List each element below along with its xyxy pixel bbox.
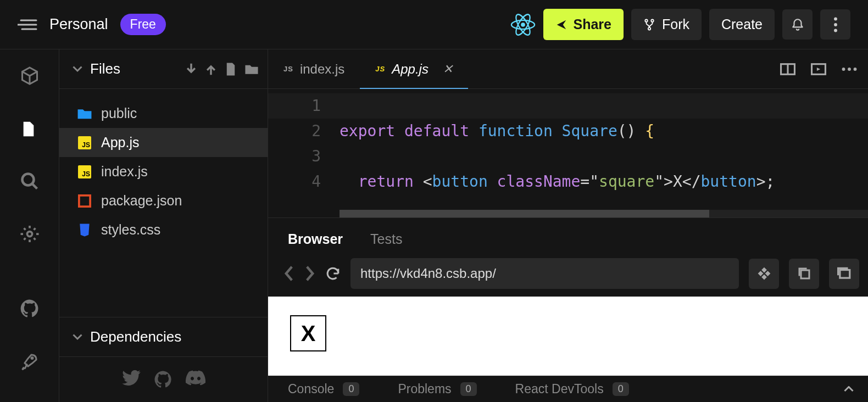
bell-icon — [791, 18, 805, 32]
svg-point-15 — [842, 68, 845, 71]
svg-point-9 — [834, 29, 837, 32]
github-icon[interactable] — [20, 299, 40, 319]
activity-rail — [0, 49, 59, 402]
search-icon[interactable] — [20, 171, 40, 191]
fork-icon — [643, 18, 655, 32]
tab-react-devtools[interactable]: React DevTools0 — [515, 382, 629, 397]
url-bar — [268, 258, 868, 297]
files-title: Files — [90, 60, 177, 77]
social-links — [59, 356, 268, 402]
open-window-icon[interactable] — [829, 259, 859, 289]
fork-button[interactable]: Fork — [631, 9, 702, 40]
download-icon[interactable] — [185, 63, 197, 76]
preview-panel: Browser Tests X Console0 Problems0 React… — [268, 217, 868, 402]
json-file-icon — [77, 194, 92, 208]
plan-badge[interactable]: Free — [120, 14, 166, 35]
folder-icon — [77, 108, 92, 120]
svg-point-0 — [521, 23, 526, 27]
svg-point-7 — [834, 17, 837, 20]
svg-rect-18 — [801, 270, 809, 278]
preview-icon[interactable] — [811, 63, 826, 76]
split-view-icon[interactable] — [780, 63, 795, 76]
hamburger-icon[interactable] — [18, 18, 37, 31]
code-editor[interactable]: 1 2 3 4 export default function Square()… — [268, 89, 868, 217]
tab-index-js[interactable]: JS index.js — [268, 49, 360, 88]
share-button[interactable]: Share — [543, 9, 623, 40]
panel-tabs: Browser Tests — [268, 218, 868, 258]
header-right: Share Fork Create — [510, 9, 850, 40]
deploy-rocket-icon[interactable] — [20, 351, 40, 371]
svg-point-16 — [848, 68, 851, 71]
notifications-button[interactable] — [782, 9, 813, 40]
github-icon[interactable] — [154, 370, 173, 389]
js-file-icon: JS — [77, 136, 92, 149]
svg-point-5 — [651, 19, 653, 21]
tab-app-js[interactable]: JS App.js ✕ — [360, 49, 468, 88]
settings-gear-icon[interactable] — [20, 224, 40, 244]
file-tree: public JS App.js JS index.js package.jso… — [59, 89, 268, 317]
tree-item-app-js[interactable]: JS App.js — [59, 128, 268, 157]
js-file-icon: JS — [283, 65, 293, 73]
bottom-panel-tabs: Console0 Problems0 React DevTools0 — [268, 376, 868, 402]
url-input[interactable] — [350, 258, 739, 289]
upload-icon[interactable] — [205, 63, 217, 76]
copy-icon[interactable] — [789, 259, 819, 289]
forward-icon[interactable] — [304, 266, 315, 281]
current-line-highlight — [268, 93, 868, 119]
svg-point-10 — [22, 174, 34, 186]
tree-item-index-js[interactable]: JS index.js — [59, 157, 268, 186]
svg-point-6 — [648, 27, 650, 30]
top-header: Personal Free Share Fork Create — [0, 0, 868, 49]
sandbox-icon[interactable] — [20, 66, 40, 86]
more-editor-icon[interactable] — [842, 67, 857, 71]
scrollbar-thumb[interactable] — [340, 210, 709, 217]
css-file-icon — [77, 223, 92, 237]
tab-browser[interactable]: Browser — [288, 231, 343, 247]
file-icon[interactable] — [20, 119, 40, 138]
tab-problems[interactable]: Problems0 — [398, 382, 476, 397]
code-line: return <button className="square">X</but… — [340, 169, 775, 194]
close-tab-icon[interactable]: ✕ — [443, 62, 453, 76]
sandbox-nav-icon[interactable] — [749, 259, 779, 289]
svg-point-4 — [645, 19, 647, 21]
horizontal-scrollbar[interactable] — [340, 210, 868, 217]
create-button[interactable]: Create — [709, 9, 775, 40]
svg-point-8 — [834, 23, 837, 26]
kebab-icon — [833, 17, 838, 32]
svg-point-17 — [854, 68, 857, 71]
editor-tabs: JS index.js JS App.js ✕ — [268, 49, 868, 89]
new-file-icon[interactable] — [225, 62, 237, 76]
square-button[interactable]: X — [290, 315, 326, 351]
chevron-down-icon — [73, 333, 82, 341]
share-arrow-icon — [555, 19, 567, 31]
code-line: export default function Square() { — [340, 119, 775, 144]
react-logo-icon — [510, 12, 536, 37]
editor-area: JS index.js JS App.js ✕ 1 2 3 4 exp — [268, 49, 868, 402]
reload-icon[interactable] — [325, 266, 341, 281]
tree-item-package-json[interactable]: package.json — [59, 186, 268, 215]
main-area: Files public JS App.js JS index.js packa… — [0, 49, 868, 402]
svg-rect-12 — [79, 195, 91, 206]
twitter-icon[interactable] — [122, 370, 141, 389]
files-header: Files — [59, 49, 268, 89]
svg-rect-19 — [839, 270, 849, 278]
tab-console[interactable]: Console0 — [288, 382, 359, 397]
tree-item-public[interactable]: public — [59, 99, 268, 128]
back-icon[interactable] — [283, 266, 294, 281]
js-file-icon: JS — [77, 165, 92, 178]
workspace-name[interactable]: Personal — [49, 16, 108, 33]
header-left: Personal Free — [18, 14, 166, 35]
discord-icon[interactable] — [186, 370, 205, 389]
chevron-down-icon[interactable] — [73, 65, 82, 73]
preview-frame: X — [268, 297, 868, 376]
tab-tests[interactable]: Tests — [370, 231, 402, 247]
editor-actions — [780, 49, 868, 88]
dependencies-header[interactable]: Dependencies — [73, 328, 254, 345]
js-file-icon: JS — [375, 65, 385, 73]
tree-item-styles-css[interactable]: styles.css — [59, 215, 268, 244]
more-button[interactable] — [820, 9, 850, 40]
dependencies-section: Dependencies — [59, 317, 268, 356]
file-explorer: Files public JS App.js JS index.js packa… — [59, 49, 268, 402]
expand-panel-icon[interactable] — [844, 386, 854, 393]
new-folder-icon[interactable] — [244, 63, 259, 75]
